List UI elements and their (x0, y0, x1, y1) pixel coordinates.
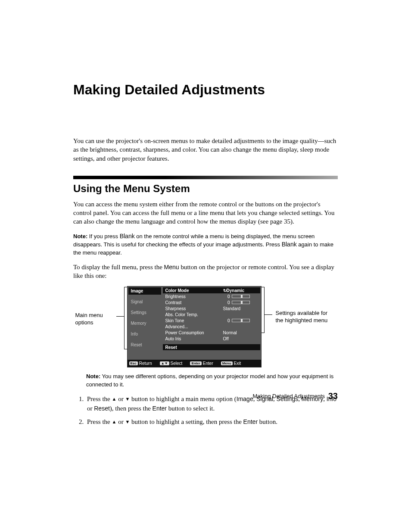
leader-line (116, 316, 124, 317)
osd-side-item-reset[interactable]: Reset (128, 341, 161, 348)
osd-row-skin-tone[interactable]: Skin Tone 0 (163, 317, 260, 324)
figure-right-label: Settings available for the highlighted m… (276, 310, 336, 324)
osd-side-item-image[interactable]: Image (128, 287, 161, 295)
osd-figure: Main menu options Image Signal Settings … (73, 286, 338, 367)
section-paragraph-2: To display the full menu, press the Menu… (73, 263, 338, 280)
step-text: or (116, 418, 125, 425)
bracket-right (262, 287, 265, 333)
osd-row-reset[interactable]: Reset (163, 344, 260, 350)
osd-side-item-settings[interactable]: Settings (128, 309, 161, 316)
osd-label: Brightness (165, 294, 223, 299)
figure-left-label: Main menu options (75, 312, 116, 327)
menu-option: Reset (94, 405, 110, 412)
section-heading: Using the Menu System (73, 183, 338, 195)
osd-main: Color Mode ↻Dynamic Brightness 0 Contras… (162, 286, 261, 360)
osd-side-item-info[interactable]: Info (128, 330, 161, 338)
osd-footer-return: EscReturn (129, 361, 152, 366)
bracket-left (124, 287, 127, 349)
step-text: ), then press the (110, 405, 153, 412)
section-paragraph-1: You can access the menu system either fr… (73, 200, 338, 226)
osd-row-abs-color-temp[interactable]: Abs. Color Temp. (163, 311, 260, 317)
osd-value: 0 (223, 294, 230, 299)
osd-row-sharpness[interactable]: Sharpness Standard (163, 305, 260, 311)
page-title: Making Detailed Adjustments (73, 82, 338, 98)
osd-value: Off (223, 336, 258, 341)
intro-paragraph: You can use the projector's on-screen me… (73, 137, 338, 163)
step-text: or (116, 395, 125, 402)
osd-value: 0 (223, 318, 230, 323)
updown-key-icon: ▲▼ (160, 361, 169, 365)
osd-label: Auto Iris (165, 336, 223, 341)
footer-label: Select (171, 361, 183, 366)
cycle-icon: ↻ (223, 288, 227, 293)
osd-value: Dynamic (227, 288, 245, 293)
menu-key-icon: Menu (221, 361, 233, 365)
slider-bar (232, 301, 250, 304)
slider-bar (232, 319, 250, 322)
osd-value: Normal (223, 330, 258, 335)
page-footer: Making Detailed Adjustments 33 (252, 391, 338, 401)
osd-row-power-consumption[interactable]: Power Consumption Normal (163, 330, 260, 336)
osd-footer-exit: MenuExit (221, 361, 241, 366)
slider-bar (232, 295, 250, 298)
note-1: Note: If you press Blank on the remote c… (73, 232, 338, 257)
body-text: To display the full menu, press the (73, 264, 164, 271)
step-text: button. (258, 418, 277, 425)
down-arrow-icon: ▼ (125, 396, 130, 401)
osd-footer-enter: EnterEnter (190, 361, 213, 366)
leader-line (265, 314, 272, 315)
osd-window: Image Signal Settings Memory Info Reset … (127, 286, 262, 367)
step-text: or (87, 405, 94, 412)
enter-key: Enter (243, 418, 258, 425)
osd-row-contrast[interactable]: Contrast 0 (163, 299, 260, 305)
note-text: You may see different options, depending… (86, 373, 333, 387)
note-label: Note: (73, 233, 87, 240)
step-text: Press the (87, 418, 112, 425)
osd-sidebar: Image Signal Settings Memory Info Reset (128, 286, 162, 360)
osd-label: Abs. Color Temp. (165, 312, 223, 317)
note-2: Note: You may see different options, dep… (86, 373, 338, 388)
osd-side-item-memory[interactable]: Memory (128, 320, 161, 327)
step-text: button to highlight a setting, then pres… (130, 418, 243, 425)
osd-row-auto-iris[interactable]: Auto Iris Off (163, 336, 260, 342)
osd-label: Sharpness (165, 306, 223, 311)
step-text: Press the (87, 395, 112, 402)
up-arrow-icon: ▲ (112, 396, 117, 401)
osd-footer-select: ▲▼Select (160, 361, 183, 366)
esc-key-icon: Esc (129, 361, 138, 365)
blank-key: Blank (120, 233, 135, 240)
note-text: If you press (87, 233, 119, 240)
footer-text: Making Detailed Adjustments (252, 393, 325, 399)
osd-label: Reset (165, 345, 258, 350)
up-arrow-icon: ▲ (112, 419, 117, 424)
osd-row-advanced[interactable]: Advanced... (163, 324, 260, 330)
step-text: button to select it. (167, 405, 215, 412)
osd-label: Skin Tone (165, 318, 223, 323)
footer-label: Enter (203, 361, 213, 366)
osd-value: 0 (223, 300, 230, 305)
osd-footer: EscReturn ▲▼Select EnterEnter MenuExit (128, 360, 261, 367)
osd-label: Contrast (165, 300, 223, 305)
step-2: Press the ▲ or ▼ button to highlight a s… (85, 417, 338, 427)
enter-key-icon: Enter (190, 361, 201, 365)
footer-label: Exit (234, 361, 241, 366)
osd-value: Standard (223, 306, 258, 311)
osd-row-brightness[interactable]: Brightness 0 (163, 293, 260, 299)
note-label: Note: (86, 373, 100, 380)
blank-key: Blank (282, 241, 297, 248)
menu-key: Menu (164, 264, 179, 271)
osd-label: Power Consumption (165, 330, 223, 335)
enter-key: Enter (153, 405, 167, 412)
section-rule (73, 176, 338, 179)
step-text: button to highlight a main menu option ( (130, 395, 236, 402)
menu-option: Image (237, 395, 253, 402)
osd-side-item-signal[interactable]: Signal (128, 298, 161, 305)
osd-label: Advanced... (165, 324, 223, 329)
osd-row-color-mode[interactable]: Color Mode ↻Dynamic (163, 287, 260, 293)
page-number: 33 (328, 391, 338, 401)
osd-label: Color Mode (165, 288, 223, 293)
footer-label: Return (139, 361, 152, 366)
down-arrow-icon: ▼ (125, 419, 130, 424)
